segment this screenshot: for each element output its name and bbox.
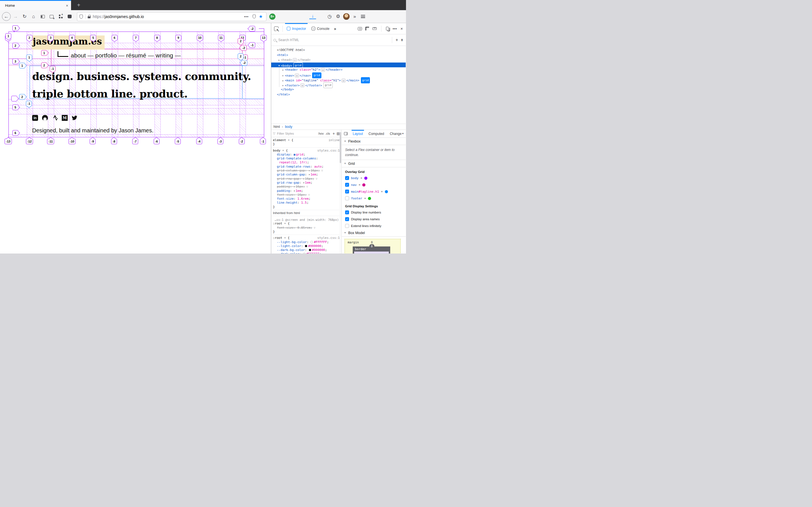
- rule-root-vars[interactable]: styles.css:1:root ⌖ {--light-bg-color: #…: [271, 235, 342, 253]
- site-nav-links[interactable]: about — portfolio — résumé — writing —: [71, 52, 181, 59]
- browser-tab-home[interactable]: Home ×: [0, 0, 71, 10]
- bookmark-star-icon[interactable]: ★: [259, 14, 263, 19]
- grid-line-number-column-7[interactable]: 7: [133, 35, 139, 41]
- css-property---dark-color[interactable]: --dark-color: #FFFFFF;: [273, 252, 340, 253]
- css-property-padding[interactable]: padding: ▶1em;: [273, 189, 340, 193]
- grid-setting-row[interactable]: ✓Display area names: [342, 216, 406, 223]
- grid-line-number-column--10[interactable]: -10: [68, 138, 76, 144]
- grid-line-number-column--11[interactable]: -11: [47, 138, 54, 144]
- grid-line-number-column--5[interactable]: -5: [175, 138, 181, 144]
- grid-line-number-column-3[interactable]: 3: [48, 35, 54, 41]
- flexbox-section-header[interactable]: ▼ Flexbox: [342, 138, 406, 145]
- grid-line-number-column-2[interactable]: 2: [27, 35, 33, 41]
- grid-line-number-body-3[interactable]: 3: [12, 59, 18, 64]
- sidebar-toggle-icon[interactable]: [344, 132, 348, 135]
- grid-line-number-nav-2[interactable]: 2: [41, 62, 47, 68]
- grid-badge[interactable]: grid: [323, 82, 333, 89]
- grid-line-number-nav--1[interactable]: -1: [50, 66, 56, 71]
- overlay-grid-item-footer[interactable]: footer⌖: [342, 195, 406, 202]
- downloads-button[interactable]: ↓: [309, 14, 316, 19]
- menu-button[interactable]: [361, 15, 365, 18]
- color-swatch[interactable]: [309, 249, 311, 251]
- more-tabs-icon[interactable]: »: [332, 26, 338, 31]
- add-rule-icon[interactable]: +: [333, 131, 335, 136]
- css-property---light-color[interactable]: --light-color: #000000;: [273, 244, 340, 248]
- rules-scrollbar[interactable]: [340, 130, 342, 253]
- checkbox-main[interactable]: ✓: [345, 189, 349, 193]
- overlay-grid-item-nav[interactable]: ✓nav⌖: [342, 181, 406, 188]
- rulers-icon[interactable]: [365, 27, 369, 31]
- markup-line-doctype[interactable]: <!DOCTYPE html>: [271, 48, 406, 53]
- grid-line-number-body-6[interactable]: 6: [12, 130, 18, 136]
- account-avatar[interactable]: [343, 13, 350, 20]
- markup-line-html[interactable]: </html>: [271, 92, 406, 97]
- grid-line-number-main-2[interactable]: 2: [19, 94, 25, 100]
- url-text[interactable]: https://jas0nmjames.github.io: [93, 14, 242, 19]
- grid-line-number-nav--2[interactable]: -2: [241, 45, 247, 51]
- css-property-grid-column-gap[interactable]: grid-column-gap: ▶1em;: [273, 173, 340, 177]
- markup-line-main[interactable]: ▶<main id="tagline" class="h1">…</main>g…: [271, 77, 406, 82]
- checkbox-display-area-names[interactable]: ✓: [345, 217, 349, 221]
- grid-color-swatch[interactable]: [368, 197, 371, 200]
- markup-line-footer[interactable]: ▶<footer>…</footer>grid: [271, 82, 406, 87]
- color-swatch[interactable]: [303, 252, 306, 253]
- linkedin-icon[interactable]: in: [32, 115, 38, 121]
- protection-badge-icon[interactable]: [253, 15, 256, 18]
- markup-line-body[interactable]: </body>: [271, 87, 406, 92]
- grid-color-swatch[interactable]: [364, 177, 367, 180]
- checkbox-nav[interactable]: ✓: [345, 183, 349, 187]
- grid-line-number-column-4[interactable]: 4: [69, 35, 75, 41]
- grid-line-number-nav-2[interactable]: 2: [238, 38, 244, 44]
- reload-button[interactable]: ↻: [20, 12, 29, 21]
- tab-close-icon[interactable]: ×: [66, 3, 68, 8]
- css-property-display[interactable]: display: ▦grid;: [273, 153, 340, 157]
- overflow-button[interactable]: »: [351, 14, 358, 19]
- color-swatch[interactable]: [310, 241, 313, 243]
- checkbox-footer[interactable]: [345, 196, 349, 200]
- css-property-line-height[interactable]: line-height: 1.5;: [273, 201, 340, 205]
- markup-line-body[interactable]: ▼<body>grid: [271, 62, 406, 68]
- grid-color-swatch[interactable]: [362, 183, 365, 186]
- grid-line-number-column--7[interactable]: -7: [132, 138, 138, 144]
- grid-line-number-column--2[interactable]: -2: [239, 138, 245, 144]
- css-property-grid-row-gap[interactable]: grid-row-gap: ▶16px;▽: [273, 177, 340, 181]
- grid-line-number-column--9[interactable]: -9: [90, 138, 96, 144]
- tab-console[interactable]: › Console: [309, 23, 332, 34]
- search-html-input[interactable]: [278, 38, 389, 42]
- grid-line-number-body-1[interactable]: 1: [5, 33, 11, 39]
- github-icon[interactable]: [42, 115, 48, 121]
- css-property---dark-bg-color[interactable]: --dark-bg-color: #000000;: [273, 248, 340, 252]
- add-node-icon[interactable]: +: [396, 38, 398, 43]
- grid-line-number-column-11[interactable]: 11: [218, 35, 224, 41]
- back-button[interactable]: ←: [2, 12, 11, 21]
- css-property-grid-column-gap[interactable]: grid-column-gap: ▶16px;▽: [273, 169, 340, 173]
- extension-badge-button[interactable]: B+: [269, 13, 275, 20]
- grid-section-header[interactable]: ▼ Grid: [342, 160, 406, 167]
- grid-line-number-nav-1[interactable]: 1: [41, 50, 47, 56]
- filter-styles-placeholder[interactable]: Filter Styles: [277, 132, 316, 135]
- settings-ellipsis-icon[interactable]: •••: [393, 27, 397, 31]
- page-actions-icon[interactable]: •••: [244, 15, 249, 18]
- markup-line-nav[interactable]: ▶<nav>…</nav>grid: [271, 72, 406, 77]
- grid-line-number-body-5[interactable]: 5: [12, 105, 18, 110]
- measure-icon[interactable]: [372, 27, 377, 30]
- grid-badge[interactable]: grid: [361, 77, 370, 83]
- tab-layout[interactable]: Layout: [350, 130, 366, 137]
- new-tab-button[interactable]: +: [74, 0, 84, 10]
- tab-overflow-caret-icon[interactable]: ▼: [402, 132, 406, 135]
- url-bar[interactable]: https://jas0nmjames.github.io ••• ★: [77, 12, 266, 21]
- grid-line-number-body--1[interactable]: -1: [249, 42, 255, 48]
- tracking-protection-shield-icon[interactable]: [80, 15, 83, 18]
- forward-button[interactable]: →: [11, 12, 20, 21]
- overlay-grid-item-body[interactable]: ✓body⌖: [342, 175, 406, 181]
- markup-line-header[interactable]: ▶<header class="h2">…</header>: [271, 67, 406, 72]
- tab-computed[interactable]: Computed: [366, 130, 387, 137]
- pseudo-class-toggle[interactable]: :hov: [318, 132, 324, 135]
- tile-tabs-button[interactable]: [56, 12, 65, 21]
- grid-line-number-body--2[interactable]: -2: [249, 26, 255, 32]
- lock-icon[interactable]: [88, 16, 91, 18]
- grid-line-number-column--4[interactable]: -4: [196, 138, 202, 144]
- tab-inspector[interactable]: Inspector: [284, 23, 309, 34]
- wrench-button[interactable]: ⚙: [335, 13, 342, 19]
- grid-line-number-main-1[interactable]: 1: [26, 55, 32, 60]
